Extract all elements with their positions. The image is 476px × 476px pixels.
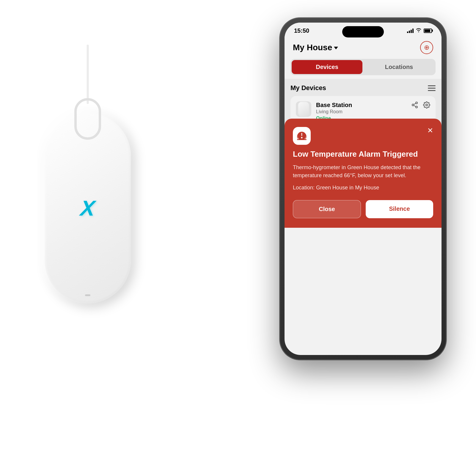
alert-location: Location: Green House in My House <box>293 184 433 192</box>
svg-line-3 <box>414 106 416 107</box>
device-location-base-station: Living Room <box>316 109 406 114</box>
physical-device: X <box>39 59 137 303</box>
wifi-icon <box>416 28 422 34</box>
alert-title: Low Temperature Alarm Triggered <box>293 150 433 159</box>
svg-point-2 <box>416 106 417 108</box>
alert-icon-box <box>293 127 311 145</box>
app-header: My House ⊕ <box>285 39 442 59</box>
tab-devices[interactable]: Devices <box>292 60 362 74</box>
signal-bars-icon <box>407 28 414 33</box>
svg-point-0 <box>416 102 417 104</box>
house-title[interactable]: My House <box>293 43 338 52</box>
device-logo: X <box>79 196 96 220</box>
alert-overlay: ✕ Low Temperature Alarm Triggered Thermo… <box>285 119 442 228</box>
status-bar: 15:50 <box>285 23 442 39</box>
alert-header: ✕ <box>293 127 433 145</box>
alert-buttons: Close Silence <box>293 200 433 218</box>
settings-icon[interactable] <box>423 101 430 110</box>
svg-line-4 <box>414 103 416 105</box>
add-icon: ⊕ <box>424 44 429 51</box>
alert-silence-button[interactable]: Silence <box>366 200 433 218</box>
strap-loop <box>74 98 101 140</box>
phone-frame: 15:50 <box>280 18 446 360</box>
share-icon[interactable] <box>411 101 418 110</box>
section-header: My Devices <box>290 84 436 92</box>
tabs: Devices Locations <box>290 59 436 75</box>
svg-point-5 <box>426 104 428 106</box>
chevron-down-icon <box>334 47 338 49</box>
phone-screen: 15:50 <box>285 23 442 355</box>
strap <box>79 45 97 134</box>
device-thumbnail-base-station <box>296 101 311 117</box>
alert-close-button[interactable]: Close <box>293 200 361 218</box>
device-name-base-station: Base Station <box>316 101 406 109</box>
alert-description: Thermo-hygrometer in Green House detecte… <box>293 164 433 180</box>
house-title-text: My House <box>293 43 332 52</box>
tab-locations[interactable]: Locations <box>364 60 434 74</box>
content-area: My Devices <box>285 79 442 228</box>
svg-rect-11 <box>297 139 307 140</box>
device-info-base-station: Base Station Living Room Online <box>316 101 406 121</box>
device-port <box>85 294 90 296</box>
device-actions-base-station <box>411 101 430 110</box>
phone: 15:50 <box>280 18 446 360</box>
status-icons <box>407 28 432 34</box>
device-body: X <box>45 113 131 303</box>
svg-point-10 <box>301 137 303 138</box>
status-time: 15:50 <box>294 27 309 34</box>
close-icon[interactable]: ✕ <box>427 127 433 134</box>
section-title: My Devices <box>290 84 326 92</box>
scene: X 15:50 <box>0 0 476 476</box>
dynamic-island <box>342 26 384 37</box>
strap-line <box>87 45 89 104</box>
add-button[interactable]: ⊕ <box>420 41 433 54</box>
hamburger-icon[interactable] <box>428 85 436 91</box>
battery-icon <box>424 29 432 33</box>
tabs-container: Devices Locations <box>285 59 442 79</box>
battery-fill <box>425 29 430 32</box>
svg-point-1 <box>412 104 414 106</box>
